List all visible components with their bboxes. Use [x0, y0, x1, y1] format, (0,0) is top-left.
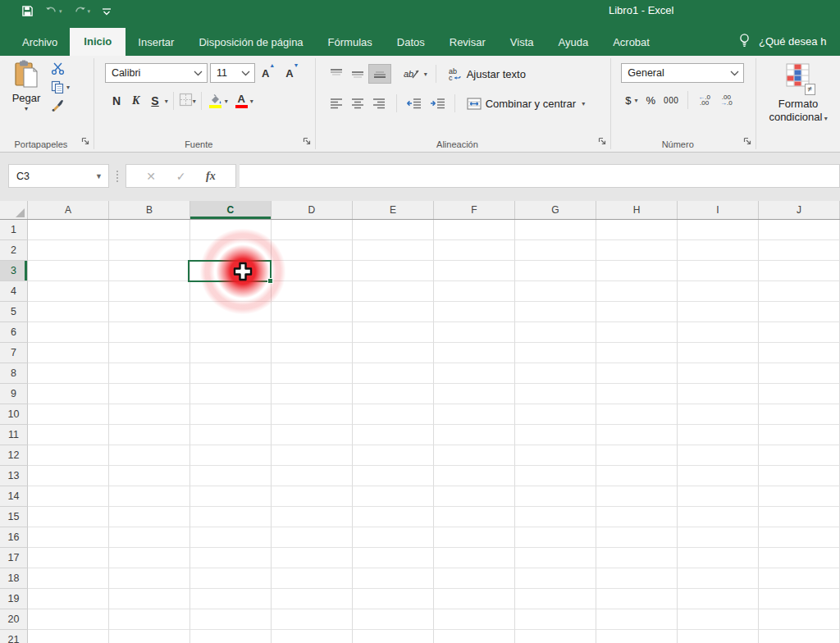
cell-D5[interactable] — [272, 302, 353, 322]
cell-J16[interactable] — [759, 527, 840, 548]
cell-I16[interactable] — [678, 527, 759, 548]
cell-E14[interactable] — [353, 486, 434, 507]
cell-J13[interactable] — [759, 466, 840, 486]
font-color-button[interactable]: A — [233, 94, 250, 108]
row-header-3[interactable]: 3 — [0, 261, 28, 281]
cell-F12[interactable] — [434, 445, 515, 466]
cell-J21[interactable] — [759, 630, 840, 643]
row-header-13[interactable]: 13 — [0, 466, 28, 486]
cell-I19[interactable] — [678, 589, 759, 609]
formula-bar-resize-handle[interactable] — [109, 171, 126, 182]
cell-J6[interactable] — [759, 322, 840, 343]
cell-F18[interactable] — [434, 568, 515, 589]
cell-I8[interactable] — [678, 363, 759, 384]
conditional-dropdown-icon[interactable]: ▾ — [822, 115, 827, 122]
cell-I1[interactable] — [678, 220, 759, 240]
cell-G19[interactable] — [515, 589, 596, 609]
currency-dropdown-icon[interactable]: ▾ — [635, 97, 638, 104]
cell-B18[interactable] — [109, 568, 190, 589]
cell-I7[interactable] — [678, 343, 759, 363]
cell-D18[interactable] — [272, 568, 353, 589]
increase-decimal-button[interactable]: ←.0 .00 — [693, 94, 715, 106]
cell-H9[interactable] — [596, 384, 678, 404]
name-box-dropdown-icon[interactable]: ▼ — [95, 172, 103, 180]
cell-F13[interactable] — [434, 466, 515, 486]
cell-J3[interactable] — [759, 261, 840, 281]
cell-C11[interactable] — [190, 425, 272, 445]
cell-H18[interactable] — [596, 568, 678, 589]
cell-F2[interactable] — [434, 240, 515, 261]
cell-C2[interactable] — [190, 240, 272, 261]
cell-D8[interactable] — [272, 363, 353, 384]
cell-E13[interactable] — [353, 466, 434, 486]
cell-A5[interactable] — [28, 302, 109, 322]
cell-C1[interactable] — [190, 220, 272, 240]
bold-button[interactable]: N — [107, 94, 126, 107]
cell-I5[interactable] — [678, 302, 759, 322]
cell-H11[interactable] — [596, 425, 678, 445]
cell-H4[interactable] — [596, 281, 678, 302]
cell-E5[interactable] — [353, 302, 434, 322]
cell-H20[interactable] — [596, 609, 678, 630]
cell-D4[interactable] — [272, 281, 353, 302]
cell-I10[interactable] — [678, 404, 759, 425]
shrink-font-button[interactable]: A▼ — [281, 66, 303, 81]
cell-A6[interactable] — [28, 322, 109, 343]
align-bottom-button[interactable] — [368, 64, 391, 84]
cell-I15[interactable] — [678, 507, 759, 527]
cell-F8[interactable] — [434, 363, 515, 384]
conditional-formatting-button[interactable]: ≠ Formato condicional ▾ — [760, 62, 836, 125]
cell-C18[interactable] — [190, 568, 272, 589]
cell-A19[interactable] — [28, 589, 109, 609]
decrease-decimal-button[interactable]: .00 →.0 — [715, 94, 737, 106]
cell-F10[interactable] — [434, 404, 515, 425]
cell-H15[interactable] — [596, 507, 678, 527]
cell-D12[interactable] — [272, 445, 353, 466]
cell-C12[interactable] — [190, 445, 272, 466]
cell-G9[interactable] — [515, 384, 596, 404]
cell-H13[interactable] — [596, 466, 678, 486]
cell-J14[interactable] — [759, 486, 840, 507]
cell-F19[interactable] — [434, 589, 515, 609]
row-header-17[interactable]: 17 — [0, 548, 28, 568]
cell-A4[interactable] — [28, 281, 109, 302]
tab-vista[interactable]: Vista — [498, 30, 546, 56]
row-header-20[interactable]: 20 — [0, 609, 28, 630]
cell-H12[interactable] — [596, 445, 678, 466]
tab-disposici-n-de-p-gina[interactable]: Disposición de página — [186, 30, 315, 56]
cell-F17[interactable] — [434, 548, 515, 568]
row-header-18[interactable]: 18 — [0, 568, 28, 589]
cell-B17[interactable] — [109, 548, 190, 568]
cell-B12[interactable] — [109, 445, 190, 466]
cell-D15[interactable] — [272, 507, 353, 527]
cell-B13[interactable] — [109, 466, 190, 486]
cell-I6[interactable] — [678, 322, 759, 343]
font-size-combo[interactable]: 11 — [210, 63, 255, 83]
cell-E11[interactable] — [353, 425, 434, 445]
column-header-D[interactable]: D — [272, 201, 353, 219]
cell-I20[interactable] — [678, 609, 759, 630]
cell-F3[interactable] — [434, 261, 515, 281]
cell-G10[interactable] — [515, 404, 596, 425]
cell-D2[interactable] — [272, 240, 353, 261]
cell-J15[interactable] — [759, 507, 840, 527]
cell-F20[interactable] — [434, 609, 515, 630]
cell-I4[interactable] — [678, 281, 759, 302]
row-header-14[interactable]: 14 — [0, 486, 28, 507]
row-header-16[interactable]: 16 — [0, 527, 28, 548]
cell-F11[interactable] — [434, 425, 515, 445]
cell-A7[interactable] — [28, 343, 109, 363]
tab-inicio[interactable]: Inicio — [70, 28, 126, 56]
tab-datos[interactable]: Datos — [385, 30, 437, 56]
row-header-9[interactable]: 9 — [0, 384, 28, 404]
cell-J7[interactable] — [759, 343, 840, 363]
cell-D9[interactable] — [272, 384, 353, 404]
tab-insertar[interactable]: Insertar — [126, 30, 186, 56]
cell-F5[interactable] — [434, 302, 515, 322]
fill-color-button[interactable] — [207, 94, 225, 108]
cell-J12[interactable] — [759, 445, 840, 466]
formula-input[interactable] — [240, 164, 840, 188]
cell-I18[interactable] — [678, 568, 759, 589]
cell-F15[interactable] — [434, 507, 515, 527]
column-header-F[interactable]: F — [434, 201, 515, 219]
